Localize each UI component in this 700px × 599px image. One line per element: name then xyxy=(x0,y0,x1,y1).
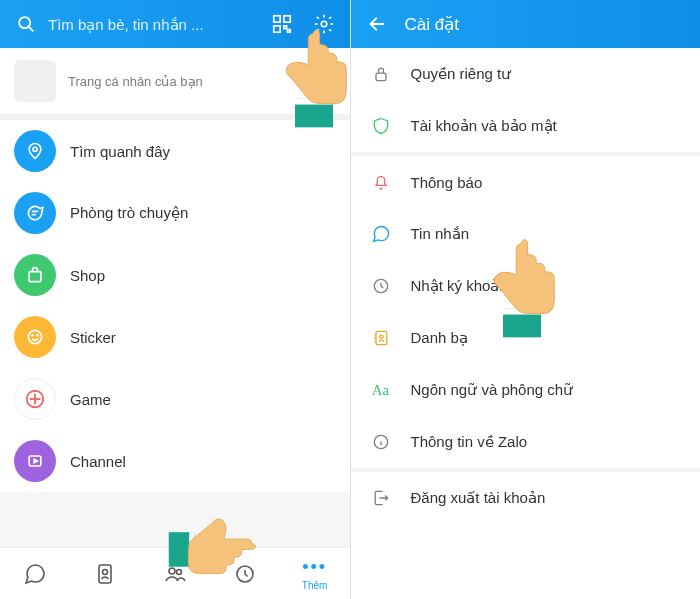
svg-point-14 xyxy=(34,398,36,400)
smile-icon xyxy=(14,316,56,358)
search-input[interactable] xyxy=(48,16,260,33)
tab-contacts[interactable] xyxy=(70,548,140,599)
menu-label: Channel xyxy=(70,453,126,470)
info-icon xyxy=(369,430,393,454)
shop-icon xyxy=(14,254,56,296)
contacts-icon xyxy=(369,326,393,350)
setting-label: Thông báo xyxy=(411,174,483,191)
settings-title: Cài đặt xyxy=(405,14,459,35)
menu-nearby[interactable]: Tìm quanh đây xyxy=(0,120,350,182)
setting-contacts[interactable]: Danh bạ xyxy=(351,312,701,364)
qr-icon[interactable] xyxy=(268,10,296,38)
setting-about[interactable]: Thông tin về Zalo xyxy=(351,416,701,468)
setting-label: Quyền riêng tư xyxy=(411,65,512,83)
clock-icon xyxy=(369,274,393,298)
tab-timeline[interactable] xyxy=(210,548,280,599)
setting-label: Tài khoản và bảo mật xyxy=(411,117,557,135)
tab-messages[interactable] xyxy=(0,548,70,599)
settings-pane: Cài đặt Quyền riêng tư Tài khoản và bảo … xyxy=(351,0,701,599)
svg-point-0 xyxy=(19,17,30,28)
setting-language[interactable]: Aa Ngôn ngữ và phông chữ xyxy=(351,364,701,416)
svg-line-1 xyxy=(29,27,34,32)
tab-more[interactable]: ••• Thêm xyxy=(280,548,350,599)
setting-label: Tin nhắn xyxy=(411,225,469,243)
svg-point-7 xyxy=(321,21,327,27)
svg-point-12 xyxy=(37,335,38,336)
setting-label: Ngôn ngữ và phông chữ xyxy=(411,381,574,399)
svg-point-11 xyxy=(32,335,33,336)
add-badge[interactable]: + xyxy=(327,62,335,78)
svg-rect-5 xyxy=(283,26,286,29)
logout-icon xyxy=(369,486,393,510)
chat-icon xyxy=(14,192,56,234)
settings-icon[interactable] xyxy=(310,10,338,38)
svg-point-19 xyxy=(176,569,181,574)
setting-notifications[interactable]: Thông báo xyxy=(351,156,701,208)
menu-sticker[interactable]: Sticker xyxy=(0,306,350,368)
setting-logout[interactable]: Đăng xuất tài khoản xyxy=(351,472,701,524)
profile-caption: Trang cá nhân của bạn xyxy=(68,74,203,89)
channel-icon xyxy=(14,440,56,482)
search-icon[interactable] xyxy=(12,10,40,38)
menu-shop[interactable]: Shop xyxy=(0,244,350,306)
game-icon xyxy=(14,378,56,420)
svg-point-10 xyxy=(28,330,41,343)
menu-label: Phòng trò chuyện xyxy=(70,204,188,222)
menu-chatroom[interactable]: Phòng trò chuyện xyxy=(0,182,350,244)
tab-more-label: Thêm xyxy=(302,580,328,591)
more-dots-icon: ••• xyxy=(302,557,327,578)
svg-rect-6 xyxy=(287,30,290,33)
setting-account[interactable]: Tài khoản và bảo mật xyxy=(351,100,701,152)
header xyxy=(0,0,350,48)
svg-rect-21 xyxy=(376,73,386,81)
svg-rect-2 xyxy=(273,16,279,22)
setting-privacy[interactable]: Quyền riêng tư xyxy=(351,48,701,100)
back-icon[interactable] xyxy=(363,10,391,38)
bottom-tabs: ••• Thêm xyxy=(0,547,350,599)
bell-icon xyxy=(369,170,393,194)
svg-rect-3 xyxy=(283,16,289,22)
menu-game[interactable]: Game xyxy=(0,368,350,430)
setting-label: Thông tin về Zalo xyxy=(411,433,528,451)
tab-groups[interactable] xyxy=(140,548,210,599)
setting-timeline[interactable]: Nhật ký khoảnh khắc xyxy=(351,260,701,312)
profile-row[interactable]: Trang cá nhân của bạn + xyxy=(0,48,350,114)
shield-icon xyxy=(369,114,393,138)
menu-label: Game xyxy=(70,391,111,408)
setting-label: Đăng xuất tài khoản xyxy=(411,489,546,507)
settings-list: Quyền riêng tư Tài khoản và bảo mật Thôn… xyxy=(351,48,701,599)
avatar xyxy=(14,60,56,102)
lock-icon xyxy=(369,62,393,86)
svg-point-8 xyxy=(33,147,37,151)
setting-messages[interactable]: Tin nhắn xyxy=(351,208,701,260)
setting-label: Danh bạ xyxy=(411,329,468,347)
spacer xyxy=(0,492,350,547)
svg-point-17 xyxy=(102,569,107,574)
message-icon xyxy=(369,222,393,246)
menu-label: Shop xyxy=(70,267,105,284)
svg-rect-9 xyxy=(29,272,41,282)
settings-header: Cài đặt xyxy=(351,0,701,48)
more-pane: Trang cá nhân của bạn + Tìm quanh đây Ph… xyxy=(0,0,350,599)
menu-label: Tìm quanh đây xyxy=(70,143,170,160)
setting-label: Nhật ký khoảnh khắc xyxy=(411,277,553,295)
svg-point-18 xyxy=(169,568,175,574)
svg-rect-4 xyxy=(273,26,279,32)
location-icon xyxy=(14,130,56,172)
language-icon: Aa xyxy=(369,378,393,402)
menu-channel[interactable]: Channel xyxy=(0,430,350,492)
menu-label: Sticker xyxy=(70,329,116,346)
svg-point-24 xyxy=(379,335,382,338)
